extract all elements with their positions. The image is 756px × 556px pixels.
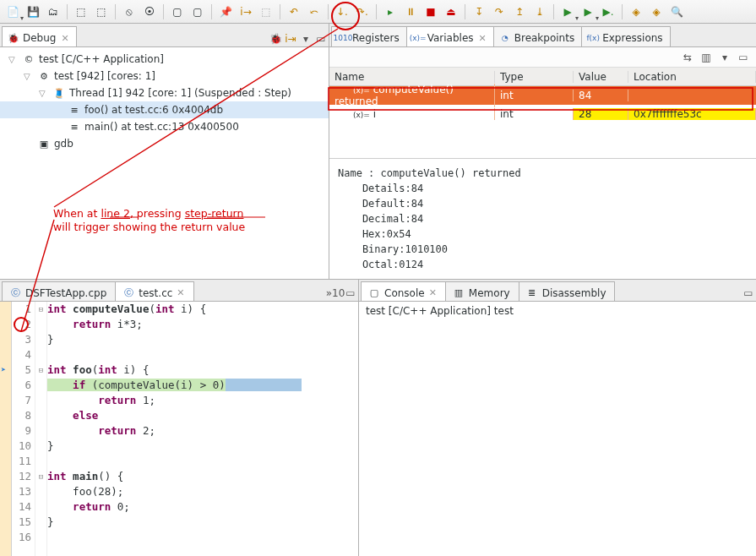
fold-toggle[interactable]: ⊟	[35, 469, 46, 484]
disconnect-button[interactable]: ⏏	[442, 3, 460, 21]
search-button[interactable]: 🔍	[667, 3, 686, 21]
debug-tab[interactable]: 🐞 Debug ✕	[2, 26, 77, 46]
tab-console[interactable]: ▢Console✕	[361, 281, 446, 301]
profile-button[interactable]: ◈	[647, 3, 666, 21]
vars-collapse-icon[interactable]: ⇆	[680, 50, 695, 65]
frame-icon: ©	[22, 54, 35, 65]
code-line[interactable]: return 2;	[47, 423, 358, 439]
run-ext-button[interactable]: ▶.	[599, 3, 617, 21]
variables-rows[interactable]: (x)= computeValue() returned int 84 (x)=…	[329, 86, 756, 123]
line-number: 10	[12, 439, 31, 454]
nav-fwd-button[interactable]: ⬚	[92, 3, 111, 21]
step-into-button[interactable]: ↧	[470, 3, 488, 21]
editor-tab-dsftestapp[interactable]: ⓒ DSFTestApp.cpp	[2, 281, 116, 301]
tab-registers[interactable]: 1010Registers	[331, 26, 407, 46]
view-control-icon[interactable]: ▭	[741, 286, 756, 301]
debug-tree-row[interactable]: ▣ gdb	[0, 135, 329, 152]
debug-tree-row[interactable]: ▽ 🧵 Thread [1] 942 [core: 1] (Suspended …	[0, 84, 329, 101]
line-number: 6	[12, 378, 31, 393]
fold-toggle	[35, 317, 46, 332]
debug-tree-row[interactable]: ≡ foo() at test.cc:6 0x4004db	[0, 101, 329, 118]
code-line[interactable]: return 1;	[47, 393, 358, 408]
step-over-sel-button[interactable]: ↷.	[353, 3, 372, 21]
tab-breakpoints[interactable]: ◔Breakpoints	[493, 26, 582, 46]
code-line[interactable]: int computeValue(int i) {	[47, 302, 358, 317]
close-icon[interactable]: ✕	[177, 287, 184, 298]
code-line[interactable]: }	[47, 439, 358, 454]
col-value[interactable]: Value	[574, 71, 628, 83]
terminate-button[interactable]: ■	[422, 3, 440, 21]
nav-back-button[interactable]: ⬚	[72, 3, 90, 21]
step-filter-icon[interactable]: i⇥	[283, 31, 298, 46]
twisty-icon[interactable]: ▽	[39, 89, 49, 98]
twisty-icon[interactable]: ▽	[8, 55, 19, 64]
save-all-button[interactable]: 🗂	[44, 3, 63, 21]
code-line[interactable]	[47, 454, 358, 469]
skip-breakpoints-button[interactable]: ⦸	[120, 3, 139, 21]
new-button[interactable]: 📄▾	[3, 3, 22, 21]
col-type[interactable]: Type	[495, 71, 574, 83]
code-line[interactable]: }	[47, 515, 358, 530]
tab-memory[interactable]: ▥Memory	[445, 281, 519, 301]
code-line[interactable]: int main() {	[47, 469, 358, 484]
code-line[interactable]: return 0;	[47, 499, 358, 515]
registers-icon: 1010	[337, 32, 349, 44]
vars-layout-icon[interactable]: ▥	[699, 50, 714, 65]
close-icon[interactable]: ✕	[479, 33, 487, 44]
close-icon[interactable]: ✕	[429, 287, 437, 298]
code-line[interactable]: return i*3;	[47, 317, 358, 332]
fold-toggle	[35, 408, 46, 423]
code-line[interactable]: int foo(int i) {	[47, 362, 358, 378]
step-into-sel-button[interactable]: ↓.	[333, 3, 351, 21]
debug-tree[interactable]: ▽ © test [C/C++ Application] ▽ ⚙ test [9…	[0, 47, 329, 279]
editor-more-tabs[interactable]: »10	[328, 286, 343, 301]
code-line[interactable]: foo(28);	[47, 484, 358, 499]
code-line[interactable]	[47, 347, 358, 362]
highlight-button[interactable]: ⬚	[257, 3, 275, 21]
editor-tabbar: ⓒ DSFTestApp.cpp ⓒ test.cc ✕ »10 ▭	[0, 280, 358, 302]
variable-row[interactable]: (x)= i int 28 0x7fffffffe53c	[329, 105, 756, 123]
debug-config-icon[interactable]: 🐞	[268, 31, 283, 46]
editor-tab-testcc[interactable]: ⓒ test.cc ✕	[115, 281, 193, 301]
step-return-button[interactable]: ↶	[285, 3, 303, 21]
code-editor[interactable]: ➤ 12345678910111213141516 ⊟⊟⊟ int comput…	[0, 302, 358, 556]
twisty-icon[interactable]: ▽	[24, 72, 34, 81]
drop-frame-button[interactable]: ⤓	[530, 3, 549, 21]
vars-menu-icon[interactable]: ▾	[717, 50, 732, 65]
undo-step-button[interactable]: ⤺	[305, 3, 324, 21]
instr-step-button[interactable]: i→	[237, 3, 255, 21]
fold-toggle[interactable]: ⊟	[35, 362, 46, 378]
code-line[interactable]	[47, 530, 358, 545]
view-a-button[interactable]: ▢	[168, 3, 187, 21]
tab-expressions[interactable]: f(x)Expressions	[581, 26, 670, 46]
toggle-breakpoint-button[interactable]: ⦿	[140, 3, 159, 21]
run-button[interactable]: ▶▾	[558, 3, 577, 21]
menu-icon[interactable]: ▾	[298, 31, 313, 46]
resume-button[interactable]: ▸	[381, 3, 400, 21]
code-line[interactable]: else	[47, 408, 358, 423]
debug-tree-row[interactable]: ▽ © test [C/C++ Application]	[0, 51, 329, 68]
vars-min-icon[interactable]: ▭	[736, 50, 751, 65]
maximize-icon[interactable]: ▭	[343, 286, 358, 301]
col-name[interactable]: Name	[329, 71, 495, 83]
line-number: 15	[12, 515, 31, 530]
pin-button[interactable]: 📌	[216, 3, 235, 21]
step-return-alt-button[interactable]: ↥	[510, 3, 529, 21]
save-button[interactable]: 💾	[24, 3, 42, 21]
fold-toggle[interactable]: ⊟	[35, 302, 46, 317]
tab-disassembly[interactable]: ≣Disassembly	[519, 281, 616, 301]
open-type-button[interactable]: ◈	[627, 3, 645, 21]
suspend-button[interactable]: ⏸	[401, 3, 420, 21]
tab-variables[interactable]: (x)=Variables✕	[406, 26, 494, 46]
view-b-button[interactable]: ▢	[188, 3, 207, 21]
debug-tree-row[interactable]: ▽ ⚙ test [942] [cores: 1]	[0, 68, 329, 84]
minimize-icon[interactable]: ▭	[313, 31, 329, 46]
debug-tree-row[interactable]: ≡ main() at test.cc:13 0x400500	[0, 118, 329, 135]
close-icon[interactable]: ✕	[61, 33, 68, 44]
code-line[interactable]: if (computeValue(i) > 0)	[47, 378, 358, 393]
code-line[interactable]: }	[47, 332, 358, 347]
step-over-button[interactable]: ↷	[490, 3, 509, 21]
col-location[interactable]: Location	[628, 71, 756, 83]
run-last-button[interactable]: ▶▾	[579, 3, 597, 21]
variable-row[interactable]: (x)= computeValue() returned int 84	[329, 86, 756, 105]
